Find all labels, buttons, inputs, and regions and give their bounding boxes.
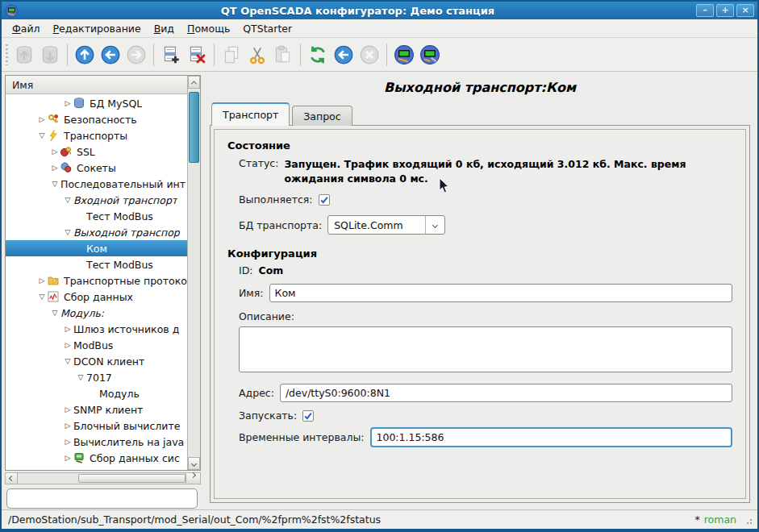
tree-item-label: Последовательный инт [60, 178, 186, 190]
tree-item[interactable]: ▷SNMP клиент [6, 401, 187, 418]
data-chart-icon [48, 291, 60, 302]
cut-item-button[interactable] [244, 42, 270, 68]
close-button[interactable]: × [736, 4, 754, 17]
scroll-left-icon[interactable] [6, 473, 18, 484]
start-row: Запускать: [239, 409, 732, 422]
go-back-button[interactable] [98, 42, 123, 68]
status-row: Статус: Запущен. Трафик входящий 0 кб, и… [239, 157, 732, 186]
expand-arrow-icon[interactable]: ▷ [62, 438, 73, 446]
tree-item[interactable]: ▷Безопасность [6, 111, 187, 127]
delete-item-button[interactable] [184, 42, 210, 68]
menu-item-2[interactable]: Вид [148, 21, 180, 36]
start-button[interactable] [331, 42, 357, 68]
expand-arrow-icon[interactable]: ▷ [49, 148, 60, 156]
expand-arrow-icon[interactable]: ▷ [62, 405, 73, 414]
tree-item[interactable]: ▽Последовательный инт [6, 176, 187, 192]
tree-item[interactable]: ▽Выходной транспор [6, 224, 187, 240]
start-checkbox[interactable] [302, 410, 314, 422]
horizontal-scroll-thumb[interactable] [78, 474, 186, 483]
expand-arrow-icon[interactable]: ▷ [36, 276, 48, 285]
tree-item[interactable]: Модуль [6, 385, 187, 401]
id-value: Com [259, 264, 284, 276]
current-user: roman [704, 513, 736, 526]
expand-arrow-icon[interactable]: ▷ [62, 341, 73, 349]
tree-item-label: Сбор данных [64, 291, 133, 303]
scroll-up-icon[interactable] [188, 76, 200, 89]
name-field[interactable] [269, 284, 732, 302]
maximize-button[interactable]: + [716, 4, 734, 17]
tree-item[interactable]: ▷Вычислитель на java [6, 434, 187, 450]
expand-arrow-icon[interactable]: ▷ [36, 115, 48, 123]
form-area: Состояние Статус: Запущен. Трафик входящ… [214, 129, 746, 499]
tree-item[interactable]: ▷Сокеты [6, 160, 187, 176]
menu-item-4[interactable]: QTStarter [237, 21, 298, 36]
menu-item-0[interactable]: Файл [6, 21, 46, 36]
expand-arrow-icon[interactable]: ▷ [49, 164, 60, 172]
toolbar-separator [386, 44, 387, 66]
tree-item[interactable]: Тест ModBus [6, 256, 187, 272]
scroll-right-icon[interactable] [186, 473, 200, 484]
tree-item[interactable]: ▽DCON клиент [6, 353, 187, 369]
collapse-arrow-icon[interactable]: ▽ [49, 309, 60, 317]
status-label: Статус: [239, 157, 278, 169]
collapse-arrow-icon[interactable]: ▽ [75, 373, 86, 381]
description-field[interactable] [239, 326, 732, 372]
address-field[interactable] [280, 384, 732, 402]
qt-starter-tools-button[interactable] [417, 42, 443, 68]
tree-item[interactable]: ▷Сбор данных сис [6, 450, 187, 466]
tree-item[interactable]: ▽Модуль: [6, 305, 187, 321]
add-item-button[interactable] [158, 42, 184, 68]
tree-item[interactable]: Ком [6, 240, 187, 256]
tree-filter-input[interactable] [6, 488, 198, 509]
scroll-down-icon[interactable] [188, 457, 200, 470]
transport-db-select[interactable]: SQLite.Comm [327, 215, 445, 235]
tree-item-label: Транспортные протоко [64, 275, 187, 287]
tree-item[interactable]: ▽Транспорты [6, 127, 187, 143]
modified-mark: * [694, 513, 699, 526]
tree-item-label: Сбор данных сис [90, 452, 180, 464]
tree-item[interactable]: ▷ModBus [6, 337, 187, 353]
collapse-arrow-icon[interactable]: ▽ [62, 196, 73, 204]
tab-0[interactable]: Транспорт [211, 102, 290, 126]
address-row: Адрес: [239, 384, 732, 402]
expand-arrow-icon[interactable]: ▷ [62, 454, 73, 462]
titlebar[interactable]: QT OpenSCADA конфигуратор: Демо станция … [2, 2, 757, 19]
tree-item[interactable]: Тест ModBus [6, 208, 187, 224]
collapse-arrow-icon[interactable]: ▽ [62, 228, 73, 236]
collapse-arrow-icon[interactable]: ▽ [62, 357, 73, 365]
tree-item[interactable]: ▽7017 [6, 369, 187, 385]
running-checkbox[interactable] [319, 194, 330, 206]
tree-horizontal-scrollbar[interactable] [5, 472, 201, 484]
expand-arrow-icon[interactable]: ▷ [62, 325, 73, 333]
tree-vertical-scrollbar[interactable] [187, 76, 200, 470]
menu-item-3[interactable]: Помощь [181, 21, 236, 36]
tree-item[interactable]: ▷SSL [6, 143, 187, 160]
tree-item[interactable]: ▷Шлюз источников д [6, 321, 187, 337]
expand-arrow-icon[interactable]: ▷ [62, 99, 73, 107]
tree-item[interactable]: ▷Транспортные протоко [6, 272, 187, 289]
tree-item-label: DCON клиент [73, 355, 144, 368]
go-up-button[interactable] [72, 42, 98, 68]
tree-item[interactable]: ▽Входной транспорт [6, 192, 187, 208]
collapse-arrow-icon[interactable]: ▽ [49, 180, 60, 188]
tree-item[interactable]: ▷БД MySQL [6, 95, 187, 111]
menu-item-1[interactable]: Редактирование [48, 21, 147, 36]
tree-header[interactable]: Имя [6, 76, 187, 94]
tab-1[interactable]: Запрос [292, 106, 352, 126]
vertical-scroll-thumb[interactable] [189, 92, 199, 163]
collapse-arrow-icon[interactable]: ▽ [36, 131, 48, 139]
timings-field[interactable] [370, 427, 733, 447]
qt-starter-config-button[interactable] [391, 42, 417, 68]
resize-grip[interactable] [743, 515, 753, 525]
tree-body: ▷БД MySQL▷Безопасность▽Транспорты▷SSL▷Со… [6, 95, 187, 470]
minimize-button[interactable]: – [696, 4, 714, 17]
tree-item[interactable]: ▷Блочный вычислите [6, 418, 187, 434]
tree-item[interactable]: ▽Сбор данных [6, 289, 187, 305]
chevron-down-icon[interactable] [425, 216, 444, 234]
toolbar-handle[interactable] [6, 44, 8, 65]
collapse-arrow-icon[interactable]: ▽ [36, 293, 48, 301]
refresh-button[interactable] [305, 42, 331, 68]
expand-arrow-icon[interactable]: ▷ [62, 422, 73, 430]
tree-item-label: Шлюз источников д [73, 323, 179, 335]
toolbar-separator [214, 44, 215, 66]
